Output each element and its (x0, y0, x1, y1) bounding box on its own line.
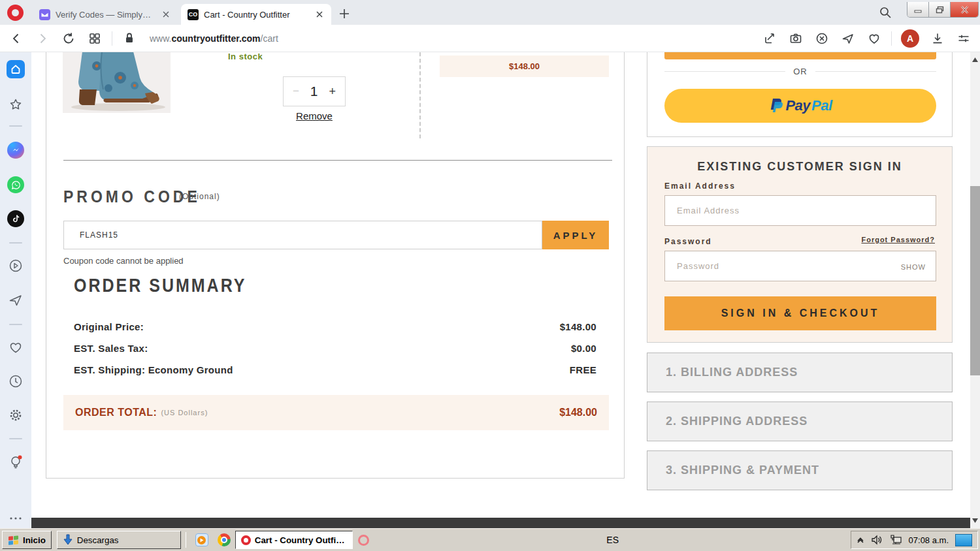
tracker-blocker-icon[interactable] (815, 31, 829, 46)
chrome-quicklaunch-icon[interactable] (217, 533, 231, 547)
windows-logo-icon (8, 535, 19, 545)
tips-bulb-icon[interactable] (7, 453, 25, 471)
start-button[interactable]: Inicio (2, 531, 52, 549)
tab-title: Verify Codes — SimplyCodes (56, 10, 155, 20)
sign-in-checkout-button[interactable]: SIGN IN & CHECKOUT (664, 296, 936, 330)
sidebar-divider (9, 125, 22, 127)
summary-label: Original Price: (74, 321, 144, 332)
workspaces-grid-icon[interactable] (88, 31, 102, 46)
restore-button[interactable] (929, 2, 951, 17)
paypal-label-pal: Pal (811, 97, 832, 114)
forward-icon[interactable] (35, 31, 50, 46)
item-price: $148.00 (440, 55, 609, 77)
whatsapp-icon[interactable] (7, 176, 25, 194)
quantity-increase-button[interactable]: + (329, 85, 336, 99)
opera-task-icon (241, 535, 251, 545)
shipping-address-section[interactable]: 2. SHIPPING ADDRESS (647, 401, 953, 441)
settings-gear-icon[interactable] (7, 406, 25, 424)
language-indicator[interactable]: ES (598, 535, 627, 545)
pinboard-icon[interactable] (762, 31, 777, 46)
minimize-button[interactable] (907, 2, 929, 17)
player-icon[interactable] (7, 257, 25, 275)
download-arrow-icon (63, 534, 73, 546)
profile-avatar[interactable]: A (901, 29, 919, 48)
email-label: Email Address (664, 181, 736, 191)
favorites-heart-icon[interactable] (867, 31, 881, 46)
summary-value: FREE (570, 364, 596, 375)
page-bottom-bar (31, 518, 970, 528)
scroll-down-arrow-icon[interactable] (972, 518, 978, 523)
reload-icon[interactable] (61, 31, 76, 46)
close-tab-icon[interactable] (314, 9, 325, 20)
snapshot-camera-icon[interactable] (789, 31, 803, 46)
show-password-toggle[interactable]: SHOW (901, 263, 926, 271)
opera-quicklaunch-icon[interactable] (357, 533, 371, 547)
promo-error-message: Coupon code cannot be applied (63, 256, 184, 266)
checkout-button-partial[interactable] (664, 52, 936, 59)
show-desktop-button[interactable] (955, 534, 972, 546)
email-input[interactable] (664, 195, 936, 226)
bookmarks-star-icon[interactable] (7, 95, 25, 114)
scroll-up-arrow-icon[interactable] (972, 57, 978, 62)
stock-status: In stock (228, 52, 263, 61)
downloads-icon[interactable] (930, 31, 945, 46)
summary-label: EST. Shipping: Economy Ground (74, 364, 233, 375)
paypal-button[interactable]: PayPal (664, 89, 936, 123)
paypal-label-pay: Pay (785, 97, 810, 114)
active-task-button[interactable]: Cart - Country Outfitt... (235, 531, 353, 549)
forgot-password-link[interactable]: Forgot Password? (861, 236, 935, 244)
apply-promo-button[interactable]: APPLY (542, 221, 609, 249)
shipping-payment-section[interactable]: 3. SHIPPING & PAYMENT (647, 450, 953, 490)
tab-title: Cart - Country Outfitter (204, 10, 309, 20)
close-tab-icon[interactable] (161, 9, 171, 20)
media-player-quicklaunch-icon[interactable] (195, 533, 209, 547)
history-clock-icon[interactable] (7, 372, 25, 390)
new-tab-button[interactable] (337, 7, 351, 21)
my-flow-plane-icon[interactable] (7, 291, 25, 309)
remove-item-link[interactable]: Remove (283, 110, 346, 121)
tab-cart-country-outfitter[interactable]: CO Cart - Country Outfitter (181, 4, 331, 25)
order-total-row: ORDER TOTAL: (US Dollars) $148.00 (63, 395, 609, 430)
downloads-task-button[interactable]: Descargas (57, 531, 181, 549)
tiktok-icon[interactable] (7, 210, 25, 228)
search-icon[interactable] (878, 5, 892, 20)
sidebar-divider (9, 438, 22, 439)
opera-menu-icon[interactable] (7, 5, 24, 21)
system-tray: 07:08 a.m. (851, 531, 978, 549)
quantity-decrease-button[interactable]: − (293, 85, 299, 98)
scrollbar-thumb[interactable] (970, 186, 980, 375)
promo-optional-label: (Optional) (179, 192, 220, 201)
order-summary-heading: ORDER SUMMARY (74, 275, 246, 296)
or-divider: OR (664, 67, 936, 76)
order-total-label: ORDER TOTAL: (75, 407, 157, 418)
toolbar-divider (891, 31, 892, 46)
page-viewport: In stock − 1 + Remove $148.00 PROMO CODE… (31, 52, 970, 518)
summary-row: EST. Sales Tax: $0.00 (74, 343, 596, 354)
page-scrollbar[interactable] (970, 52, 980, 528)
simplycodes-favicon-icon (39, 9, 50, 20)
sidebar-more-icon[interactable] (7, 509, 25, 527)
password-input[interactable] (664, 251, 936, 281)
messenger-icon[interactable] (7, 141, 25, 159)
network-icon[interactable] (889, 535, 902, 545)
close-window-button[interactable] (951, 2, 978, 17)
tab-simplycodes[interactable]: Verify Codes — SimplyCodes (33, 4, 178, 25)
address-toolbar: www.countryoutfitter.com/cart A (0, 25, 980, 52)
my-flow-icon[interactable] (841, 31, 855, 46)
url-domain: countryoutfitter.com (171, 33, 260, 44)
order-total-value: $148.00 (559, 407, 597, 418)
promo-code-input[interactable] (63, 221, 542, 249)
existing-customer-signin-card: EXISTING CUSTOMER SIGN IN Email Address … (647, 146, 953, 343)
back-icon[interactable] (9, 31, 24, 46)
product-image[interactable] (63, 52, 171, 113)
address-url[interactable]: www.countryoutfitter.com/cart (150, 33, 278, 44)
column-divider (419, 52, 421, 138)
site-security-lock-icon[interactable] (123, 31, 137, 46)
window-controls (907, 2, 979, 18)
favorites-heart-icon[interactable] (7, 338, 25, 356)
easy-setup-icon[interactable] (956, 31, 971, 46)
volume-icon[interactable] (871, 535, 883, 545)
tray-expand-icon[interactable] (857, 537, 864, 543)
speed-dial-icon[interactable] (7, 60, 25, 78)
billing-address-section[interactable]: 1. BILLING ADDRESS (647, 353, 953, 392)
